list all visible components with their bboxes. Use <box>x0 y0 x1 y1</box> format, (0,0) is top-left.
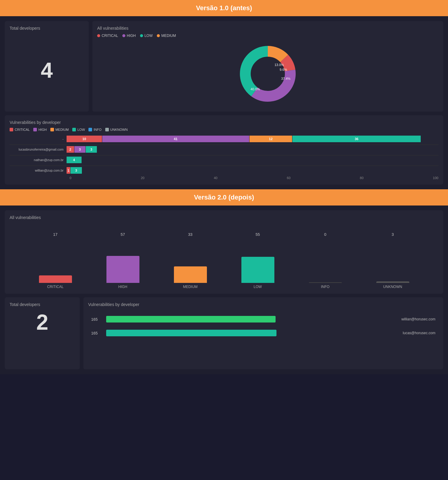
seg-nathan-low: 4 <box>67 157 82 163</box>
seg-lucas-critical: 2 <box>67 146 74 153</box>
bar-label-dash: - <box>10 137 67 141</box>
v2-bottom-row: Total developers 2 Vulnerabilities by de… <box>5 297 443 369</box>
bar-col-medium: 33 MEDIUM <box>157 232 224 289</box>
dev-bar-willian: 165 willian@horusec.com <box>91 316 435 322</box>
x-40: 40 <box>214 176 217 180</box>
vl-medium-text: MEDIUM <box>55 128 69 131</box>
donut-label-low: 40.0% <box>250 87 260 91</box>
dev-willian-count: 165 <box>91 317 103 322</box>
low-label: LOW <box>145 34 153 38</box>
bar-row-lucas: lucasbrunoferreira@gmail.com 2 3 3 <box>10 146 438 153</box>
x-20: 20 <box>141 176 144 180</box>
x-100: 100 <box>433 176 438 180</box>
donut-label-medium: 13.0% <box>274 63 284 67</box>
v2-all-vuln-title: All vulnerabilities <box>10 215 438 220</box>
dev-lucas-count: 165 <box>91 331 103 335</box>
bc-unknown-count: 3 <box>392 232 394 237</box>
bc-low-label: LOW <box>254 285 262 289</box>
v2-all-vuln-card: All vulnerabilities 17 CRITICAL 57 HIGH <box>5 210 443 294</box>
bar-row-willian-v1: willian@zup.com.br 1 3 <box>10 167 438 174</box>
medium-dot <box>157 34 160 37</box>
seg-lucas-high: 3 <box>74 146 85 153</box>
vl-critical-text: CRITICAL <box>15 128 30 131</box>
vl-low-sq <box>72 128 76 131</box>
seg-dash-low: 36 <box>292 136 421 142</box>
vl-high-sq <box>33 128 37 131</box>
dev-willian-track <box>106 316 398 322</box>
v2-vuln-by-dev-card: Vulnerabilities by developer 165 willian… <box>83 297 443 369</box>
dev-lucas-bar <box>106 330 276 336</box>
v1-total-devs-card: Total developers 4 <box>5 21 89 112</box>
medium-label: MEDIUM <box>161 34 176 38</box>
v1-total-devs-title: Total developers <box>10 26 40 31</box>
high-label: HIGH <box>127 34 136 38</box>
vl-low-text: LOW <box>77 128 85 131</box>
legend-critical: CRITICAL <box>97 34 118 38</box>
critical-label: CRITICAL <box>102 34 118 38</box>
high-dot <box>122 34 125 37</box>
vl-medium: MEDIUM <box>50 128 69 131</box>
vl-unknown-text: UNKNOWN <box>110 128 128 131</box>
bc-medium-bar <box>174 266 207 283</box>
seg-willian-low: 3 <box>70 167 82 174</box>
bar-label-nathan: nathan@zup.com.br <box>10 158 67 162</box>
seg-dash-medium: 12 <box>249 136 292 142</box>
bar-col-low: 55 LOW <box>224 232 291 289</box>
vl-medium-sq <box>50 128 54 131</box>
bar-label-willian-v1: willian@zup.com.br <box>10 169 67 172</box>
bc-high-label: HIGH <box>118 285 127 289</box>
legend-medium: MEDIUM <box>157 34 176 38</box>
bar-track-willian-v1: 1 3 <box>67 167 438 174</box>
v1-vuln-legend: CRITICAL HIGH LOW MEDIUM <box>97 34 438 38</box>
dev-bar-lucas-v2: 165 lucas@horusec.com <box>91 330 435 336</box>
v1-all-vuln-card: All vulnerabilities CRITICAL HIGH LOW ME… <box>92 21 443 112</box>
bar-col-unknown: 3 UNKNOWN <box>359 232 426 289</box>
donut-label-critical: 9.6% <box>279 68 287 71</box>
vl-info-sq <box>88 128 92 131</box>
v2-total-devs-title: Total developers <box>10 302 75 307</box>
vl-info: INFO <box>88 128 101 131</box>
v1-vuln-by-dev-title: Vulnerabilities by developer <box>10 120 438 125</box>
bar-track-nathan: 4 <box>67 157 438 163</box>
v2-bar-cols: 17 CRITICAL 57 HIGH 33 MEDIUM <box>10 223 438 289</box>
seg-dash-critical: 10 <box>67 136 102 142</box>
v1-bar-chart: - 10 41 12 36 lucasbrunoferreira@gmail.c… <box>10 136 438 180</box>
version2-header: Versão 2.0 (depois) <box>0 189 448 206</box>
seg-willian-critical: 1 <box>67 167 70 174</box>
vl-unknown-sq <box>105 128 109 131</box>
bc-critical-label: CRITICAL <box>47 285 64 289</box>
bar-track-lucas: 2 3 3 <box>67 146 438 153</box>
bc-info-label: INFO <box>321 285 330 289</box>
bar-col-high: 57 HIGH <box>89 232 157 289</box>
v1-vuln-by-dev-card: Vulnerabilities by developer CRITICAL HI… <box>5 115 443 184</box>
x-80: 80 <box>360 176 363 180</box>
bc-info-count: 0 <box>324 232 326 237</box>
dev-willian-name: willian@horusec.com <box>401 317 435 321</box>
vl-high: HIGH <box>33 128 47 131</box>
v1-all-vuln-title: All vulnerabilities <box>97 26 438 31</box>
bc-critical-bar <box>39 275 72 283</box>
bar-label-lucas: lucasbrunoferreira@gmail.com <box>10 148 67 151</box>
dev-lucas-name: lucas@horusec.com <box>403 331 435 335</box>
v2-vuln-by-dev-title: Vulnerabilities by developer <box>88 302 438 307</box>
x-axis-v1: 0 20 40 60 80 100 <box>70 176 438 180</box>
legend-high: HIGH <box>122 34 136 38</box>
bc-high-count: 57 <box>121 232 125 237</box>
bar-row-dash: - 10 41 12 36 <box>10 136 438 142</box>
vl-critical-sq <box>10 128 13 131</box>
bc-medium-label: MEDIUM <box>183 285 198 289</box>
bc-low-bar <box>241 257 274 283</box>
v2-total-devs-card: Total developers 2 <box>5 297 80 369</box>
bar-col-info: 0 INFO <box>291 232 359 289</box>
seg-dash-high: 41 <box>102 136 249 142</box>
bc-low-count: 55 <box>255 232 260 237</box>
vl-unknown: UNKNOWN <box>105 128 128 131</box>
bc-medium-count: 33 <box>188 232 192 237</box>
vl-low: LOW <box>72 128 85 131</box>
x-60: 60 <box>287 176 291 180</box>
critical-dot <box>97 34 100 37</box>
vl-high-text: HIGH <box>38 128 47 131</box>
v1-vuln-legend-full: CRITICAL HIGH MEDIUM LOW INFO UNKNOWN <box>10 128 438 131</box>
v2-dev-bars: 165 willian@horusec.com 165 lucas@horuse… <box>88 310 438 350</box>
donut-chart-container: 13.0% 9.6% 37.4% 40.0% <box>97 41 438 107</box>
